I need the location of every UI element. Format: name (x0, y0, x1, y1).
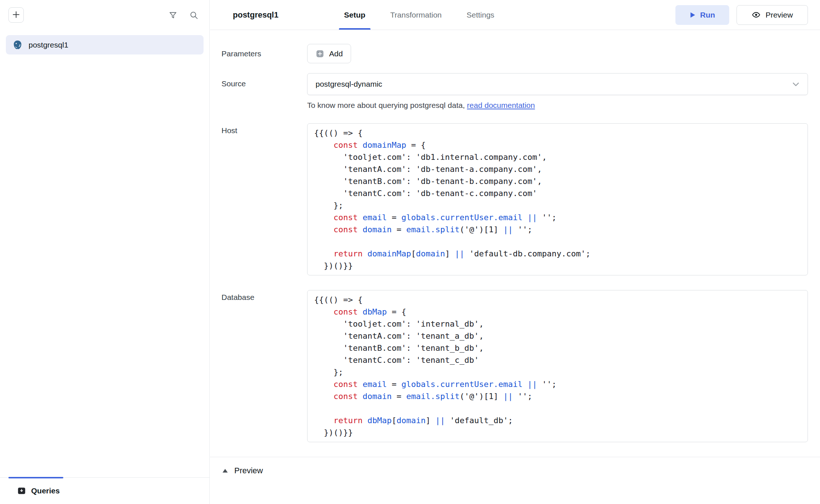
tab-settings[interactable]: Settings (461, 0, 499, 30)
code-line: 'tenantA.com': 'db-tenant-a.company.com'… (314, 163, 800, 175)
code-line: const domain = email.split('@')[1] || ''… (314, 223, 800, 236)
host-row: Host {{(() => { const domainMap = { 'too… (221, 123, 808, 275)
source-row: Source postgresql-dynamic To know more a… (221, 73, 808, 110)
source-select[interactable]: postgresql-dynamic (307, 73, 808, 95)
query-editor-app: postgresql1 Queries postgresql1 Setup Tr… (0, 0, 820, 504)
query-title[interactable]: postgresql1 (233, 10, 279, 20)
code-line: const domainMap = { (314, 139, 800, 151)
plus-square-icon (316, 49, 324, 58)
search-icon[interactable] (189, 11, 198, 20)
code-line (314, 236, 800, 248)
query-editor-header: postgresql1 Setup Transformation Setting… (210, 0, 820, 30)
eye-icon (752, 10, 761, 19)
code-line: }; (314, 366, 800, 378)
plus-icon (12, 10, 20, 20)
queries-panel-icon (17, 486, 26, 496)
run-button[interactable]: Run (675, 5, 729, 25)
filter-icon[interactable] (168, 11, 178, 20)
source-select-value: postgresql-dynamic (316, 80, 382, 89)
code-line: {{(() => { (314, 127, 800, 139)
triangle-up-icon (222, 469, 228, 473)
code-line: 'tenantC.com': 'db-tenant-c.company.com' (314, 187, 800, 199)
code-line: const email = globals.currentUser.email … (314, 378, 800, 390)
query-list-item-postgresql1[interactable]: postgresql1 (6, 35, 204, 54)
database-row: Database {{(() => { const dbMap = { 'too… (221, 290, 808, 442)
tab-transformation[interactable]: Transformation (385, 0, 447, 30)
code-line: const dbMap = { (314, 306, 800, 318)
database-code-editor[interactable]: {{(() => { const dbMap = { 'tooljet.com'… (307, 290, 808, 442)
editor-tabs: Setup Transformation Settings (339, 0, 500, 30)
tab-setup[interactable]: Setup (339, 0, 370, 30)
add-query-button[interactable] (8, 7, 24, 23)
add-parameter-label: Add (329, 49, 343, 58)
query-list-panel: postgresql1 Queries (0, 0, 210, 504)
code-line: }; (314, 199, 800, 211)
code-line: 'tooljet.com': 'db1.internal.company.com… (314, 151, 800, 163)
code-line: 'tenantB.com': 'db-tenant-b.company.com'… (314, 175, 800, 187)
parameters-label: Parameters (221, 49, 307, 58)
play-icon (690, 12, 696, 18)
parameters-row: Parameters Add (221, 44, 808, 63)
code-line: const domain = email.split('@')[1] || ''… (314, 390, 800, 402)
code-line (314, 402, 800, 414)
queries-bottom-bar: Queries (0, 477, 209, 504)
read-documentation-link[interactable]: read documentation (467, 101, 535, 109)
source-help-text: To know more about querying postgresql d… (307, 101, 808, 110)
code-line: return domainMap[domain] || 'default-db.… (314, 248, 800, 260)
code-line: {{(() => { (314, 294, 800, 306)
active-panel-indicator (8, 477, 63, 478)
code-line: 'tenantA.com': 'tenant_a_db', (314, 330, 800, 342)
code-line: 'tenantC.com': 'tenant_c_db' (314, 354, 800, 366)
code-line: 'tooljet.com': 'internal_db', (314, 318, 800, 330)
database-label: Database (221, 290, 307, 302)
preview-section-toggle[interactable]: Preview (221, 457, 808, 475)
query-list-toolbar (0, 0, 209, 30)
source-help-static: To know more about querying postgresql d… (307, 101, 467, 109)
setup-tab-content: Parameters Add Source (210, 30, 820, 504)
query-editor-panel: postgresql1 Setup Transformation Setting… (210, 0, 820, 504)
code-line: 'tenantB.com': 'tenant_b_db', (314, 342, 800, 354)
source-label: Source (221, 73, 307, 88)
preview-section-label: Preview (234, 466, 263, 475)
code-line: })()}} (314, 260, 800, 272)
run-button-label: Run (700, 11, 715, 19)
preview-button[interactable]: Preview (737, 5, 808, 25)
code-line: return dbMap[domain] || 'default_db'; (314, 414, 800, 426)
query-list: postgresql1 (0, 30, 209, 477)
preview-button-label: Preview (765, 11, 793, 19)
header-actions: Run Preview (675, 5, 808, 25)
chevron-down-icon (791, 79, 801, 89)
host-code-editor[interactable]: {{(() => { const domainMap = { 'tooljet.… (307, 123, 808, 275)
code-line: const email = globals.currentUser.email … (314, 211, 800, 223)
query-item-label: postgresql1 (29, 41, 68, 49)
host-label: Host (221, 123, 307, 135)
queries-tab-label[interactable]: Queries (31, 486, 60, 495)
code-line: })()}} (314, 426, 800, 439)
add-parameter-button[interactable]: Add (307, 44, 351, 63)
postgresql-icon (12, 40, 23, 50)
